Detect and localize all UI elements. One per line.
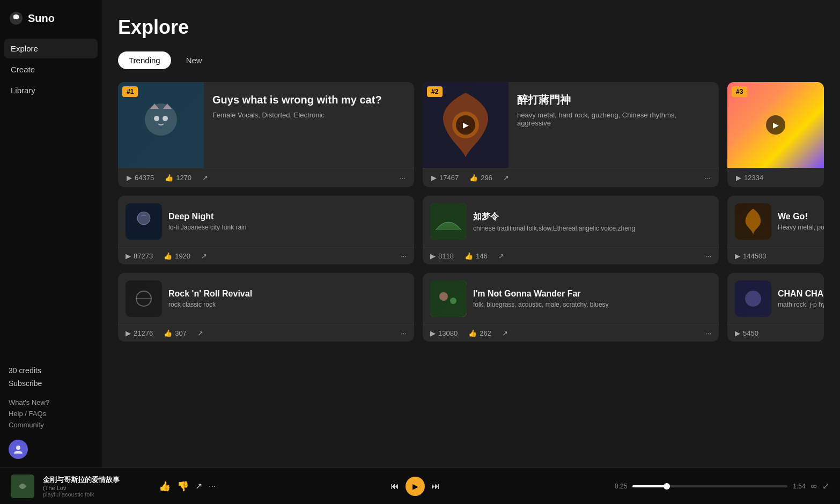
more-icon-8: ···: [705, 329, 711, 337]
tab-new[interactable]: New: [175, 51, 213, 69]
card-4-more[interactable]: ···: [401, 252, 407, 260]
play-icon: ▶: [127, 174, 132, 182]
rank-badge-3: #3: [732, 86, 747, 97]
player-skip-prev-button[interactable]: ⏮: [390, 481, 399, 491]
sidebar-links: What's New? Help / FAQs Community: [9, 398, 93, 429]
card-3[interactable]: #3 ▶ ▶ 12334: [727, 82, 824, 187]
card-7-more[interactable]: ···: [401, 329, 407, 337]
card-2-footer: ▶ 17467 👍 296 ↗ ···: [423, 168, 719, 187]
card-3-footer: ▶ 12334: [727, 168, 824, 187]
avatar-icon: [13, 444, 24, 455]
svg-rect-10: [430, 203, 467, 240]
card-5[interactable]: 如梦令 chinese traditional folk,slow,Ethere…: [423, 196, 719, 264]
card-5-plays: ▶ 8118: [430, 252, 454, 260]
card-1-share[interactable]: ↗: [202, 174, 208, 182]
card-1-like-count: 1270: [176, 174, 191, 182]
play-icon-5: ▶: [430, 252, 436, 260]
player-infinity-button[interactable]: ∞: [811, 481, 817, 491]
player-play-pause-button[interactable]: ▶: [406, 477, 425, 496]
player-share-button[interactable]: ↗: [195, 481, 202, 491]
like-icon-7: 👍: [164, 329, 172, 337]
card-6[interactable]: We Go! Heavy metal, powerful, agg ▶ 1445…: [727, 196, 824, 264]
svg-point-19: [745, 291, 761, 307]
card-5-share[interactable]: ↗: [498, 252, 504, 260]
sidebar-item-library[interactable]: Library: [4, 80, 98, 100]
card-9[interactable]: CHAN CHA math rock, j-p hyperspeed d ▶ 5…: [727, 273, 824, 342]
logo[interactable]: Suno: [0, 0, 102, 39]
card-7[interactable]: Rock 'n' Roll Revival rock classic rock …: [118, 273, 414, 342]
more-icon-4: ···: [401, 252, 407, 260]
player-info: 金刚与哥斯拉的爱情故事 (The Lov playful acoustic fo…: [43, 475, 150, 498]
share-icon-7: ↗: [197, 329, 203, 337]
cards-grid: #1: [118, 82, 824, 342]
card-2-more[interactable]: ···: [704, 174, 710, 182]
svg-point-16: [439, 292, 448, 301]
svg-point-4: [154, 116, 159, 121]
tab-trending[interactable]: Trending: [118, 51, 171, 69]
player-transport-controls: ⏮ ▶ ⏭: [224, 477, 606, 496]
card-1-tags: Female Vocals, Distorted, Electronic: [212, 111, 406, 119]
card-4[interactable]: Deep Night lo-fi Japanese city funk rain…: [118, 196, 414, 264]
card-5-info: 如梦令 chinese traditional folk,slow,Ethere…: [473, 211, 711, 232]
like-icon: 👍: [165, 174, 173, 182]
player: 金刚与哥斯拉的爱情故事 (The Lov playful acoustic fo…: [0, 468, 840, 504]
card-5-thumb: [430, 203, 467, 240]
player-dislike-button[interactable]: 👎: [177, 480, 189, 492]
card-1-play-count: 64375: [135, 174, 154, 182]
card-2-play-count: 17467: [439, 174, 459, 182]
card-3-play-overlay[interactable]: ▶: [766, 115, 785, 135]
player-expand-button[interactable]: ⤢: [822, 481, 829, 491]
card-9-tags: math rock, j-p hyperspeed d: [778, 301, 824, 308]
card-2-info: 醉打蔣門神 heavy metal, hard rock, guzheng, C…: [509, 82, 719, 168]
card-5-more[interactable]: ···: [705, 252, 711, 260]
more-icon-2: ···: [704, 174, 710, 182]
user-avatar[interactable]: [9, 440, 28, 459]
card-1-thumb: #1: [118, 82, 204, 168]
card-7-tags: rock classic rock: [168, 301, 407, 308]
play-icon-4: ▶: [126, 252, 131, 260]
card-3-plays: ▶ 12334: [736, 174, 763, 182]
card-8-share[interactable]: ↗: [502, 329, 508, 337]
card-8-more[interactable]: ···: [705, 329, 711, 337]
player-skip-next-button[interactable]: ⏭: [431, 481, 440, 491]
player-like-button[interactable]: 👍: [159, 480, 171, 492]
card-9-thumb: [735, 280, 771, 317]
card-2-play-overlay[interactable]: ▶: [456, 115, 475, 135]
card-2-share[interactable]: ↗: [503, 174, 509, 182]
card-7-share[interactable]: ↗: [197, 329, 203, 337]
card-3-play-count: 12334: [744, 174, 763, 182]
svg-point-1: [16, 446, 20, 450]
card-1-plays: ▶ 64375: [127, 174, 154, 182]
card-7-plays: ▶ 21276: [126, 329, 153, 337]
card-6-thumb: [735, 203, 771, 240]
player-more-button[interactable]: ···: [209, 481, 216, 491]
card-4-likes: 👍 1920: [164, 252, 190, 260]
card-1[interactable]: #1: [118, 82, 414, 187]
sidebar-link-community[interactable]: Community: [9, 421, 93, 429]
sidebar-item-explore[interactable]: Explore: [4, 39, 98, 58]
player-current-time: 0:25: [615, 483, 627, 490]
card-2[interactable]: #2 ▶ 醉打蔣門神: [423, 82, 719, 187]
card-8-art: [430, 280, 467, 317]
card-7-likes: 👍 307: [164, 329, 187, 337]
subscribe-label[interactable]: Subscribe: [9, 379, 93, 388]
sidebar-link-help[interactable]: Help / FAQs: [9, 410, 93, 418]
svg-point-9: [137, 212, 150, 225]
card-8-tags: folk, bluegrass, acoustic, male, scratch…: [473, 301, 711, 308]
card-9-art: [735, 280, 771, 317]
credits-label[interactable]: 30 credits: [9, 366, 93, 375]
card-2-thumb: #2 ▶: [423, 82, 509, 168]
sidebar-link-whats-new[interactable]: What's New?: [9, 398, 93, 406]
player-progress-fill: [632, 485, 667, 487]
card-4-share[interactable]: ↗: [201, 252, 207, 260]
player-progress-bar[interactable]: [632, 485, 787, 487]
play-icon-8: ▶: [430, 329, 436, 337]
player-progress-bar-area: 0:25 1:54 ∞ ⤢: [615, 481, 829, 491]
svg-point-5: [163, 116, 168, 121]
card-2-likes: 👍 296: [469, 174, 492, 182]
card-9-footer: ▶ 5450: [727, 324, 824, 342]
sidebar-item-create[interactable]: Create: [4, 60, 98, 79]
card-1-more[interactable]: ···: [400, 174, 406, 182]
logo-text: Suno: [28, 12, 55, 25]
card-8[interactable]: I'm Not Gonna Wander Far folk, bluegrass…: [423, 273, 719, 342]
